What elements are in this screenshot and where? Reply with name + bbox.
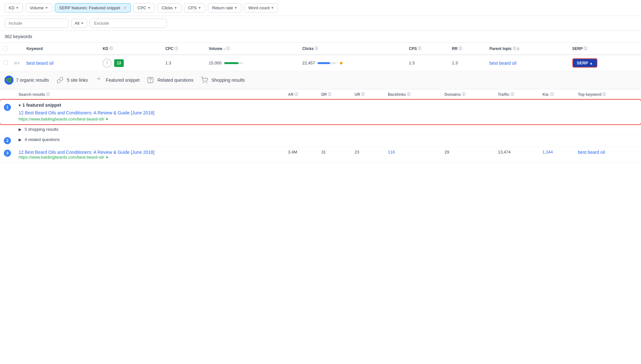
th-cpc[interactable]: CPC ⓘ (162, 43, 206, 55)
featured-snippet-feature[interactable]: " Featured snippet (94, 76, 139, 85)
organic-results-feature[interactable]: 🌿 7 organic results (4, 76, 49, 85)
th-ur[interactable]: UR ⓘ (351, 89, 384, 100)
th-ar[interactable]: AR ⓘ (284, 89, 317, 100)
parent-topic-link[interactable]: best beard oil (489, 61, 516, 66)
top-keyword-info-icon[interactable]: ⓘ (602, 92, 606, 97)
th-domains[interactable]: Domains ⓘ (441, 89, 494, 100)
th-top-keyword[interactable]: Top keyword ⓘ (574, 89, 641, 100)
cpc-filter[interactable]: CPC ▼ (133, 3, 155, 12)
volume-label: Volume (30, 5, 44, 10)
th-traffic[interactable]: Traffic ⓘ (494, 89, 539, 100)
th-backlinks[interactable]: Backlinks ⓘ (384, 89, 441, 100)
expand-arrow-icon[interactable]: ▶ (19, 127, 21, 132)
snippet-url-arrow-icon[interactable]: ▼ (105, 117, 109, 121)
list-item: 3 12 Best Beard Oils and Conditioners: A… (0, 147, 641, 162)
snippet-title-link[interactable]: 12 Best Beard Oils and Conditioners: A R… (19, 110, 637, 115)
select-all-checkbox[interactable] (3, 46, 8, 50)
volume-filter[interactable]: Volume ▼ (26, 3, 52, 12)
volume-sort-icon[interactable]: ↓ (224, 47, 225, 51)
kw-info-icon[interactable]: ⓘ (550, 92, 554, 97)
all-chevron-icon: ▼ (80, 21, 84, 25)
row-add-col[interactable]: ≡+ (11, 55, 23, 71)
cps-info-icon[interactable]: ⓘ (418, 46, 421, 51)
include-input[interactable] (4, 19, 69, 28)
th-cps[interactable]: CPS ⓘ (406, 43, 449, 55)
th-dr[interactable]: DR ⓘ (317, 89, 351, 100)
expandable-label: 5 shopping results (25, 127, 59, 132)
serp-btn-label: SERP (577, 61, 588, 65)
ar-info-icon[interactable]: ⓘ (294, 92, 298, 97)
serp-arrow-up-icon: ▲ (589, 61, 593, 65)
th-parent-topic[interactable]: Parent topic ⓘ β (486, 43, 569, 55)
backlinks-link[interactable]: 116 (388, 150, 395, 154)
ur-info-icon[interactable]: ⓘ (361, 92, 365, 97)
return-rate-label: Return rate (212, 5, 233, 10)
cpc-chevron-icon: ▼ (148, 6, 151, 10)
serp-features-close-icon[interactable]: ✕ (123, 6, 127, 10)
all-dropdown[interactable]: All ▼ (71, 19, 87, 28)
related-questions-feature[interactable]: Related questions (146, 76, 193, 85)
parent-topic-info-icon[interactable]: ⓘ (513, 46, 516, 51)
volume-info-icon[interactable]: ⓘ (226, 46, 230, 51)
th-clicks[interactable]: Clicks ⓘ (299, 43, 406, 55)
organic-icon: 🌿 (4, 76, 13, 85)
domains-info-icon[interactable]: ⓘ (462, 92, 465, 97)
clicks-info-icon[interactable]: ⓘ (315, 46, 318, 51)
select-all-header[interactable] (0, 43, 11, 55)
clicks-chevron-icon: ▼ (174, 6, 177, 10)
clicks-filter[interactable]: Clicks ▼ (157, 3, 181, 12)
traffic-info-icon[interactable]: ⓘ (510, 92, 514, 97)
site-links-feature[interactable]: 5 site links (55, 76, 88, 85)
shopping-results-feature[interactable]: Shopping results (200, 76, 245, 85)
kd-label: KD (9, 5, 14, 10)
row-checkbox[interactable] (3, 60, 8, 65)
serp-features-filter[interactable]: SERP features: Featured snippet ✕ (55, 3, 131, 12)
row-cps-cell: 1.5 (406, 55, 449, 71)
th-kw[interactable]: Kw. ⓘ (539, 89, 574, 100)
backlinks-info-icon[interactable]: ⓘ (407, 92, 410, 97)
cps-label: CPS (188, 5, 197, 10)
kd-circle: 7 (103, 59, 112, 68)
th-volume[interactable]: Volume ↓ ⓘ (206, 43, 299, 55)
rr-info-icon[interactable]: ⓘ (459, 46, 462, 51)
kw-link[interactable]: 1,344 (543, 150, 553, 154)
clicks-value: 22,457 (302, 61, 315, 65)
cps-filter[interactable]: CPS ▼ (184, 3, 206, 12)
row-kd-cell: 7 13 (99, 55, 162, 71)
word-count-chevron-icon: ▼ (271, 6, 274, 10)
th-serp[interactable]: SERP ⓘ (569, 43, 641, 55)
results-table: Search results ⓘ AR ⓘ DR ⓘ (0, 89, 641, 162)
result-link[interactable]: 12 Best Beard Oils and Conditioners: A R… (19, 150, 154, 155)
result-num-cell: 2 (0, 135, 15, 147)
volume-bar-fill (224, 62, 239, 64)
row-clicks-cell: 22,457 (299, 55, 406, 71)
exclude-input[interactable] (90, 19, 167, 28)
featured-snippet-label: Featured snippet (106, 78, 139, 83)
th-rr[interactable]: RR ⓘ (449, 43, 486, 55)
return-rate-chevron-icon: ▼ (234, 6, 237, 10)
serp-button[interactable]: SERP ▲ (572, 58, 597, 68)
expand-arrow-icon[interactable]: ▶ (19, 137, 21, 142)
return-rate-filter[interactable]: Return rate ▼ (208, 3, 241, 12)
keyword-count: 362 keywords (0, 31, 641, 43)
top-keyword-cell: best beard oil (574, 147, 641, 162)
kd-filter[interactable]: KD ▼ (4, 3, 23, 12)
row-parent-topic-cell: best beard oil (486, 55, 569, 71)
th-kd[interactable]: KD ⓘ (99, 43, 162, 55)
search-results-info-icon[interactable]: ⓘ (46, 92, 50, 97)
dr-info-icon[interactable]: ⓘ (328, 92, 331, 97)
kd-info-icon[interactable]: ⓘ (109, 46, 113, 51)
th-search-results[interactable]: Search results ⓘ (15, 89, 284, 100)
serp-features-label: SERP features: Featured snippet (59, 5, 120, 10)
top-keyword-link[interactable]: best beard oil (578, 150, 605, 155)
keyword-link[interactable]: best beard oil (27, 61, 54, 66)
snippet-url: https://www.baldingbeards.com/best-beard… (19, 117, 104, 121)
shopping-results-label: Shopping results (211, 78, 245, 83)
expand-arrow-icon[interactable]: ▾ (19, 103, 21, 108)
serp-info-icon[interactable]: ⓘ (584, 46, 587, 51)
cpc-info-icon[interactable]: ⓘ (174, 46, 178, 51)
th-num (0, 89, 15, 100)
row-checkbox-cell[interactable] (0, 55, 11, 71)
word-count-filter[interactable]: Word count ▼ (244, 3, 278, 12)
url-dropdown-icon[interactable]: ▼ (105, 155, 109, 159)
